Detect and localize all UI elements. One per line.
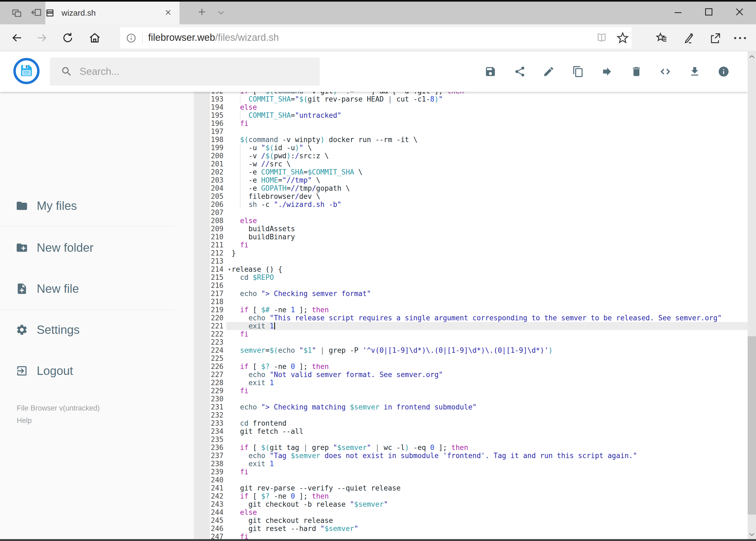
code-line[interactable]: 194 else [194, 103, 748, 111]
set-tabs-aside-icon[interactable] [30, 6, 42, 18]
more-ellipsis-icon[interactable] [733, 34, 747, 42]
browser-tab[interactable]: wizard.sh [45, 2, 179, 24]
code-line[interactable]: 246 git reset --hard "$semver" [194, 525, 748, 533]
code-line[interactable]: 237 echo "Tag $semver does not exist in … [194, 452, 748, 460]
share-icon[interactable] [709, 32, 722, 45]
sidebar-item-new-file[interactable]: New file [0, 280, 79, 297]
annotate-pen-icon[interactable] [682, 32, 695, 45]
favorite-star-icon[interactable] [616, 31, 629, 44]
code-line[interactable]: 220 echo "This release script requires a… [194, 314, 748, 322]
delete-button[interactable] [630, 66, 642, 78]
code-line[interactable]: 235 [194, 435, 748, 443]
code-line[interactable]: 217 echo "> Checking semver format" [194, 289, 748, 297]
code-line[interactable]: 218 [194, 297, 748, 306]
code-line[interactable]: 223 [194, 338, 748, 346]
filebrowser-logo[interactable] [13, 58, 40, 85]
code-line[interactable]: 208 else [194, 217, 748, 225]
minimize-icon[interactable] [672, 6, 684, 18]
code-line[interactable]: 206 sh -c "./wizard.sh -b" [194, 201, 748, 209]
move-button[interactable] [601, 66, 613, 78]
code-line[interactable]: 213 [194, 257, 748, 265]
code-line[interactable]: 242 if [ $? -ne 0 ]; then [194, 492, 748, 500]
save-button[interactable] [484, 66, 496, 78]
code-line[interactable]: 241 git rev-parse --verify --quiet relea… [194, 484, 748, 492]
code-line[interactable]: 212} [194, 249, 748, 257]
code-line[interactable]: 225 [194, 354, 748, 362]
code-line[interactable]: 245 git checkout release [194, 516, 748, 525]
code-line[interactable]: 211 fi [194, 241, 748, 249]
code-line[interactable]: 231 echo "> Checking matching $semver in… [194, 403, 748, 411]
tab-list-chevron-icon[interactable] [216, 8, 226, 18]
code-line[interactable]: 197 [194, 128, 748, 136]
code-line[interactable]: 196 fi [194, 119, 748, 128]
code-line[interactable]: 207 [194, 209, 748, 217]
code-line[interactable]: 214▾release () { [194, 265, 748, 273]
code-line[interactable]: 216 [194, 281, 748, 289]
code-editor[interactable]: 192 if [ "$(command -v git)" != "" ] && … [194, 92, 748, 541]
code-line[interactable]: 230 [194, 395, 748, 403]
code-line[interactable]: 200 -v /$(pwd):/src:z \ [194, 152, 748, 160]
code-line[interactable]: 227 echo "Not valid semver format. See s… [194, 370, 748, 379]
code-line[interactable]: 198 $(command -v winpty) docker run --rm… [194, 136, 748, 144]
code-button[interactable] [659, 66, 671, 78]
scrollbar-thumb[interactable] [748, 336, 756, 515]
sidebar-item-logout[interactable]: Logout [0, 363, 73, 379]
close-window-icon[interactable] [734, 6, 745, 18]
code-line[interactable]: 239 fi [194, 468, 748, 476]
page-info-icon[interactable] [126, 32, 137, 44]
code-line[interactable]: 195 COMMIT_SHA="untracked" [194, 111, 748, 119]
code-line[interactable]: 201 -w //src \ [194, 160, 748, 168]
code-line[interactable]: 233 cd frontend [194, 419, 748, 427]
code-line[interactable]: 199 -u "$(id -u)" \ [194, 144, 748, 152]
forward-icon[interactable] [36, 32, 48, 44]
code-line[interactable]: 236 if [ $(git tag | grep "$semver" | wc… [194, 443, 748, 452]
sidebar-item-settings[interactable]: Settings [0, 322, 80, 338]
code-line[interactable]: 210 buildBinary [194, 233, 748, 241]
code-line[interactable]: 222 fi [194, 330, 748, 338]
code-line[interactable]: 209 buildAssets [194, 225, 748, 233]
address-bar[interactable]: filebrowser.web/files/wizard.sh [120, 27, 631, 48]
share-button[interactable] [514, 66, 526, 78]
horizontal-scrollbar[interactable] [0, 539, 756, 541]
maximize-icon[interactable] [703, 6, 715, 18]
tab-preview-icon[interactable] [11, 6, 23, 18]
scroll-up-icon[interactable] [748, 54, 755, 60]
info-button[interactable] [718, 66, 730, 78]
hub-icon[interactable] [655, 32, 668, 45]
code-line[interactable]: 215 cd $REPO [194, 273, 748, 281]
code-line[interactable]: 205 filebrowser/dev \ [194, 192, 748, 201]
code-line[interactable]: 226 if [ $? -ne 0 ]; then [194, 362, 748, 370]
back-icon[interactable] [11, 32, 23, 44]
code-line[interactable]: 232 [194, 411, 748, 419]
code-line[interactable]: 234 git fetch --all [194, 427, 748, 435]
code-line[interactable]: 224 semver=$(echo "$1" | grep -P '^v(0|[… [194, 346, 748, 354]
code-line[interactable]: 221 exit 1 [194, 322, 748, 330]
code-line[interactable]: 202 -e COMMIT_SHA=$COMMIT_SHA \ [194, 168, 748, 176]
download-button[interactable] [689, 66, 701, 78]
code-line[interactable]: 240 [194, 476, 748, 484]
code-line[interactable]: 228 exit 1 [194, 379, 748, 387]
code-line[interactable]: 243 git checkout -b release "$semver" [194, 500, 748, 508]
sidebar-item-my-files[interactable]: My files [0, 198, 77, 214]
help-link[interactable]: Help [17, 414, 100, 427]
copy-button[interactable] [572, 66, 584, 78]
vertical-scrollbar[interactable] [748, 51, 756, 541]
code-line[interactable]: 229 fi [194, 387, 748, 395]
edit-button[interactable] [543, 66, 555, 78]
code-line[interactable]: 238 exit 1 [194, 460, 748, 468]
sidebar-item-new-folder[interactable]: New folder [0, 240, 94, 256]
scroll-down-icon[interactable] [748, 531, 755, 538]
code-line[interactable]: 219 if [ $# -ne 1 ]; then [194, 306, 748, 314]
close-tab-icon[interactable] [164, 8, 172, 17]
reading-view-icon[interactable] [596, 32, 608, 44]
refresh-icon[interactable] [62, 32, 74, 44]
home-icon[interactable] [89, 32, 101, 44]
new-tab-icon[interactable] [196, 6, 207, 17]
code-line[interactable]: 192 if [ "$(command -v git)" != "" ] && … [194, 92, 748, 95]
code-line[interactable]: 203 -e HOME="//tmp" \ [194, 176, 748, 184]
search-input[interactable]: Search... [50, 58, 320, 86]
code-line[interactable]: 204 -e GOPATH=//tmp/gopath \ [194, 184, 748, 192]
url-text[interactable]: filebrowser.web/files/wizard.sh [148, 32, 279, 43]
code-line[interactable]: 193 COMMIT_SHA="$(git rev-parse HEAD | c… [194, 95, 748, 103]
code-line[interactable]: 244 else [194, 508, 748, 516]
